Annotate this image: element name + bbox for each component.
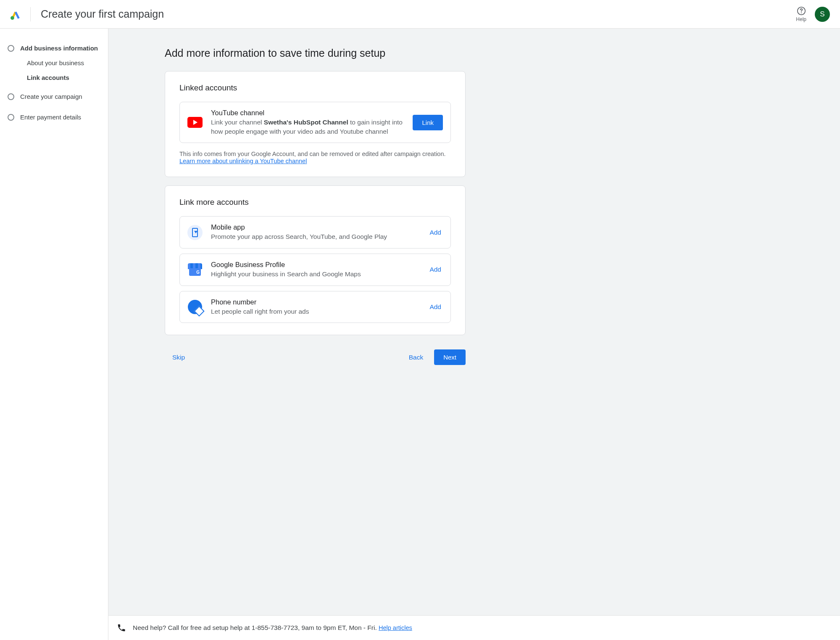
helpbar-text-wrap: Need help? Call for free ad setup help a… — [133, 624, 412, 632]
phone-icon — [117, 623, 126, 632]
phone-text: Phone number Let people call right from … — [211, 298, 419, 316]
footer-actions: Skip Back Next — [165, 344, 466, 369]
back-button[interactable]: Back — [407, 350, 425, 365]
youtube-text: YouTube channel Link your channel Swetha… — [211, 109, 404, 136]
link-youtube-button[interactable]: Link — [413, 115, 443, 130]
helpbar-text: Need help? Call for free ad setup help a… — [133, 624, 379, 631]
mobile-app-desc: Promote your app across Search, YouTube,… — [211, 232, 419, 241]
app-header: Create your first campaign Help S — [0, 0, 840, 29]
header-title: Create your first campaign — [41, 8, 164, 20]
add-phone-button[interactable]: Add — [428, 300, 443, 314]
sidebar-step-create-campaign[interactable]: Create your campaign — [8, 89, 104, 104]
link-more-title: Link more accounts — [179, 198, 451, 207]
youtube-desc: Link your channel Swetha's HubSpot Chann… — [211, 118, 404, 136]
step-label: Add business information — [20, 45, 98, 52]
content: Add more information to save time during… — [108, 29, 840, 615]
youtube-title: YouTube channel — [211, 109, 404, 117]
avatar[interactable]: S — [815, 7, 830, 22]
help-bar: Need help? Call for free ad setup help a… — [108, 615, 840, 640]
gbp-desc: Highlight your business in Search and Go… — [211, 270, 419, 279]
help-articles-link[interactable]: Help articles — [379, 624, 412, 631]
linked-accounts-title: Linked accounts — [179, 83, 451, 93]
help-label: Help — [796, 16, 806, 22]
sidebar: Add business information About your busi… — [0, 29, 108, 640]
main-area: Add more information to save time during… — [108, 29, 840, 640]
phone-desc: Let people call right from your ads — [211, 307, 419, 316]
step-circle-icon — [8, 93, 14, 100]
gbp-name: Google Business Profile — [211, 261, 419, 269]
next-button[interactable]: Next — [434, 349, 466, 365]
mobile-app-row: Mobile app Promote your app across Searc… — [179, 216, 451, 249]
gbp-icon: G — [187, 262, 203, 277]
svg-point-2 — [801, 12, 802, 13]
gbp-text: Google Business Profile Highlight your b… — [211, 261, 419, 279]
google-ads-logo-icon — [10, 9, 21, 20]
link-more-card: Link more accounts Mobile app Promote yo… — [165, 185, 466, 335]
sidebar-substep-link-accounts[interactable]: Link accounts — [27, 74, 104, 81]
step-circle-icon — [8, 114, 14, 121]
header-left: Create your first campaign — [10, 7, 164, 21]
linked-info-text: This info comes from your Google Account… — [179, 151, 451, 157]
add-mobile-app-button[interactable]: Add — [428, 225, 443, 240]
step-label: Create your campaign — [20, 93, 82, 100]
help-button[interactable]: Help — [796, 6, 806, 22]
phone-number-icon — [187, 299, 203, 315]
mobile-app-icon — [187, 225, 203, 240]
sidebar-step-payment[interactable]: Enter payment details — [8, 109, 104, 125]
step-circle-icon — [8, 45, 14, 52]
page-heading: Add more information to save time during… — [165, 47, 784, 59]
substeps: About your business Link accounts — [8, 59, 104, 81]
svg-point-0 — [11, 16, 14, 20]
skip-button[interactable]: Skip — [165, 350, 187, 365]
sidebar-step-business-info[interactable]: Add business information — [8, 40, 104, 56]
linked-accounts-card: Linked accounts YouTube channel Link you… — [165, 71, 466, 177]
youtube-account-row: YouTube channel Link your channel Swetha… — [179, 102, 451, 143]
phone-name: Phone number — [211, 298, 419, 306]
help-icon — [797, 6, 806, 16]
step-label: Enter payment details — [20, 114, 81, 121]
mobile-app-name: Mobile app — [211, 223, 419, 231]
yt-channel-name: Swetha's HubSpot Channel — [264, 119, 348, 126]
phone-row: Phone number Let people call right from … — [179, 291, 451, 323]
add-gbp-button[interactable]: Add — [428, 262, 443, 277]
unlink-youtube-link[interactable]: Learn more about unlinking a YouTube cha… — [179, 158, 307, 164]
sidebar-substep-about[interactable]: About your business — [27, 59, 104, 66]
mobile-app-text: Mobile app Promote your app across Searc… — [211, 223, 419, 241]
youtube-icon — [187, 115, 203, 130]
header-right: Help S — [796, 6, 830, 22]
gbp-row: G Google Business Profile Highlight your… — [179, 254, 451, 286]
yt-desc-prefix: Link your channel — [211, 119, 264, 126]
logo-wrap — [10, 7, 31, 21]
